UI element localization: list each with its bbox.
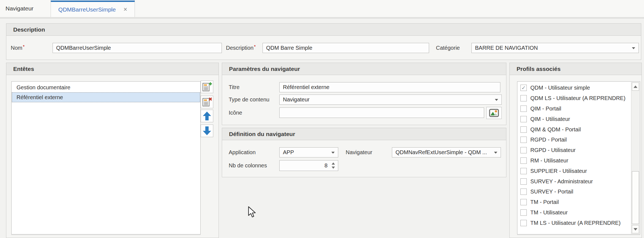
icone-field[interactable] <box>279 107 484 118</box>
entetes-group-header: Entêtes <box>6 63 219 75</box>
checkbox-unchecked-icon[interactable] <box>520 147 527 153</box>
tab-navigateur[interactable]: Navigateur <box>4 0 41 17</box>
group-title: Définition du navigateur <box>229 131 295 137</box>
profil-label: SURVEY - Portail <box>530 189 573 195</box>
profils-list[interactable]: ✓QDM - Utilisateur simpleQDM LS - Utilis… <box>517 81 640 234</box>
profil-row[interactable]: TM - Portail <box>518 197 631 207</box>
profil-row[interactable]: SURVEY - Portail <box>518 187 631 197</box>
checkbox-unchecked-icon[interactable] <box>520 220 527 226</box>
checkbox-unchecked-icon[interactable] <box>520 137 527 143</box>
navigateur-label: Navigateur <box>346 147 372 157</box>
stepper-down-icon[interactable] <box>332 167 335 169</box>
tab-qdmbarreusersimple[interactable]: QDMBarreUserSimple × <box>51 1 135 17</box>
group-title: Paramètres du navigateur <box>229 66 300 72</box>
triangle-down-icon <box>634 228 637 231</box>
profil-label: TM - Portail <box>530 199 559 205</box>
group-title: Entêtes <box>13 66 34 72</box>
profil-label: TM - Utilisateur <box>530 209 568 216</box>
checkbox-unchecked-icon[interactable] <box>520 106 527 112</box>
categorie-label: Catégorie <box>436 43 460 53</box>
profil-label: SURVEY - Administrateur <box>530 178 593 185</box>
description-label: Description* <box>226 43 256 53</box>
profils-scrollbar[interactable] <box>631 82 640 234</box>
checkbox-unchecked-icon[interactable] <box>520 189 527 195</box>
group-title: Profils associés <box>517 66 561 72</box>
checkbox-unchecked-icon[interactable] <box>520 126 527 133</box>
profil-row[interactable]: RM - Utilisateur <box>518 156 631 166</box>
scrollbar-up-button[interactable] <box>632 82 639 91</box>
description-group: Description Nom* QDMBarreUserSimple Desc… <box>6 23 641 60</box>
checkbox-unchecked-icon[interactable] <box>520 168 527 174</box>
checkbox-unchecked-icon[interactable] <box>520 116 527 122</box>
profil-row[interactable]: QIM - Portail <box>518 104 631 114</box>
profil-label: TM LS - Utilisateur (A REPRENDRE) <box>530 220 621 226</box>
icone-picker-button[interactable] <box>486 107 502 119</box>
description-field[interactable]: QDM Barre Simple <box>263 43 429 53</box>
checkbox-unchecked-icon[interactable] <box>520 178 527 185</box>
profil-label: RGPD - Portail <box>530 137 567 143</box>
profil-label: QIM - Portail <box>530 106 561 112</box>
move-down-button[interactable] <box>201 124 213 137</box>
nb-colonnes-stepper[interactable]: 8 <box>279 160 338 171</box>
move-up-button[interactable] <box>201 110 213 122</box>
checkbox-unchecked-icon[interactable] <box>520 157 527 164</box>
stepper-up-icon[interactable] <box>332 162 335 165</box>
scrollbar-thumb[interactable] <box>632 171 639 224</box>
profil-row[interactable]: QIM & QDM - Portail <box>518 124 631 135</box>
nom-field[interactable]: QDMBarreUserSimple <box>53 43 222 53</box>
checkbox-unchecked-icon[interactable] <box>520 209 527 216</box>
application-dropdown[interactable]: APP <box>279 147 338 157</box>
description-group-header: Description <box>6 24 641 36</box>
profil-row[interactable]: TM - Utilisateur <box>518 207 631 218</box>
close-icon[interactable]: × <box>124 6 127 13</box>
profil-row[interactable]: RGPD - Utilisateur <box>518 145 631 156</box>
tab-label: Navigateur <box>6 5 34 12</box>
titre-field[interactable]: Référentiel externe <box>279 82 500 92</box>
profil-label: QIM - Utilisateur <box>530 116 570 122</box>
parametres-group-header: Paramètres du navigateur <box>222 63 506 75</box>
navigateur-dropdown[interactable]: QDMNavRefExtUserSimple - QDM ... <box>392 147 501 157</box>
checkbox-unchecked-icon[interactable] <box>520 95 527 101</box>
scrollbar-down-button[interactable] <box>632 225 639 233</box>
type-contenu-label: Type de contenu <box>229 95 269 105</box>
add-item-button[interactable] <box>201 81 213 93</box>
chevron-down-icon <box>331 152 335 154</box>
profil-row[interactable]: QDM LS - Utilisateur (A REPRENDRE) <box>518 93 631 104</box>
mouse-cursor <box>248 206 257 218</box>
profil-row[interactable]: SUPPLIER - Utilisateur <box>518 166 631 176</box>
list-item[interactable]: Référentiel externe <box>12 92 200 102</box>
profil-row[interactable]: ✓QDM - Utilisateur simple <box>518 83 631 93</box>
arrow-down-icon <box>202 126 212 136</box>
entetes-group: Entêtes Gestion documentaireRéférentiel … <box>6 63 219 238</box>
add-list-icon <box>202 82 212 92</box>
profil-row[interactable]: TM LS - Utilisateur (A REPRENDRE) <box>518 218 631 228</box>
list-item[interactable]: Gestion documentaire <box>12 82 200 92</box>
type-contenu-dropdown[interactable]: Navigateur <box>279 95 502 105</box>
triangle-up-icon <box>634 85 637 88</box>
profil-label: QIM & QDM - Portail <box>530 126 581 133</box>
chevron-down-icon <box>495 99 498 101</box>
profils-group: Profils associés ✓QDM - Utilisateur simp… <box>509 63 642 238</box>
application-label: Application <box>229 147 256 157</box>
arrow-up-icon <box>202 111 212 121</box>
parametres-group: Paramètres du navigateur Titre Référenti… <box>222 63 506 125</box>
definition-group: Définition du navigateur Application APP… <box>222 128 506 177</box>
profil-row[interactable]: RGPD - Portail <box>518 135 631 145</box>
delete-item-button[interactable] <box>201 96 213 108</box>
profil-row[interactable]: QIM - Utilisateur <box>518 114 631 124</box>
nb-colonnes-label: Nb de colonnes <box>229 160 267 171</box>
profil-label: QDM LS - Utilisateur (A REPRENDRE) <box>530 95 626 101</box>
checkbox-checked-icon[interactable]: ✓ <box>520 85 527 91</box>
required-asterisk: * <box>254 44 256 49</box>
icone-label: Icône <box>229 107 242 118</box>
image-icon <box>489 109 499 117</box>
profil-row[interactable]: SURVEY - Administrateur <box>518 176 631 187</box>
delete-list-icon <box>202 97 212 107</box>
profil-label: RGPD - Utilisateur <box>530 147 575 153</box>
chevron-down-icon <box>494 152 497 154</box>
titre-label: Titre <box>229 82 239 92</box>
entetes-list[interactable]: Gestion documentaireRéférentiel externe <box>11 81 201 234</box>
categorie-dropdown[interactable]: BARRE DE NAVIGATION <box>471 43 639 53</box>
profils-group-header: Profils associés <box>510 63 642 75</box>
checkbox-unchecked-icon[interactable] <box>520 199 527 205</box>
